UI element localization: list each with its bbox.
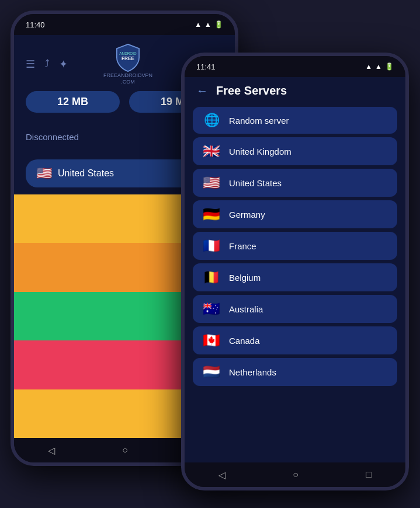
logo-shield-icon: FREE ANDROID [113, 43, 143, 72]
phone2-battery-icon: 🔋 [385, 62, 394, 71]
download-stat: 12 MB [26, 91, 120, 113]
location-name: United States [58, 168, 190, 179]
svg-text:ANDROID: ANDROID [119, 51, 137, 55]
phone2-back-button[interactable]: ◁ [218, 469, 225, 481]
server-name-de: Germany [229, 210, 265, 220]
flag-fr: 🇫🇷 [202, 238, 221, 254]
flag-be: 🇧🇪 [202, 269, 221, 286]
flag-ca: 🇨🇦 [202, 332, 221, 349]
flag-nl: 🇳🇱 [202, 364, 221, 380]
server-item-fr[interactable]: 🇫🇷 France [193, 232, 397, 260]
disconnect-label: Disconnected [26, 132, 79, 142]
phone1-back-button[interactable]: ◁ [48, 445, 55, 456]
server-name-nl: Netherlands [229, 367, 276, 377]
phone1-wifi-icon: ▲ [195, 20, 202, 29]
phone1-status-icons: ▲ ▲ 🔋 [195, 20, 223, 29]
servers-header: ← Free Servers [185, 77, 405, 105]
phone2-nav-bar: ◁ ○ □ [185, 462, 405, 487]
menu-icon[interactable]: ☰ [26, 58, 35, 71]
server-name-be: Belgium [229, 273, 261, 283]
globe-icon: 🌐 [202, 113, 221, 128]
phone2-status-bar: 11:41 ▲ ▲ 🔋 [185, 56, 405, 77]
server-item-us[interactable]: 🇺🇸 United States [193, 169, 397, 197]
location-flag: 🇺🇸 [36, 166, 52, 181]
flag-au: 🇦🇺 [202, 301, 221, 317]
server-name-uk: United Kingdom [229, 147, 291, 156]
phone2-main-content: ← Free Servers 🌐 Random server 🇬🇧 United… [185, 77, 405, 462]
server-item-be[interactable]: 🇧🇪 Belgium [193, 263, 397, 291]
back-arrow-icon[interactable]: ← [196, 84, 208, 98]
share-icon[interactable]: ⤴ [44, 58, 50, 70]
phone2-home-button[interactable]: ○ [293, 469, 298, 480]
server-item-nl[interactable]: 🇳🇱 Netherlands [193, 358, 397, 386]
server-list: 🌐 Random server 🇬🇧 United Kingdom 🇺🇸 Uni… [185, 105, 405, 462]
favorites-icon[interactable]: ✦ [59, 58, 68, 71]
server-name-au: Australia [229, 304, 263, 314]
phone2-time: 11:41 [196, 62, 216, 71]
header-icon-group: ☰ ⤴ ✦ [26, 58, 68, 71]
phone1-home-button[interactable]: ○ [122, 445, 128, 455]
server-item-au[interactable]: 🇦🇺 Australia [193, 295, 397, 323]
server-name-random: Random server [229, 116, 289, 126]
flag-uk: 🇬🇧 [202, 143, 221, 159]
server-item-uk[interactable]: 🇬🇧 United Kingdom [193, 137, 397, 165]
server-item-random[interactable]: 🌐 Random server [193, 107, 397, 134]
phone2-status-icons: ▲ ▲ 🔋 [365, 62, 394, 71]
flag-us: 🇺🇸 [202, 175, 221, 191]
server-item-ca[interactable]: 🇨🇦 Canada [193, 326, 397, 354]
server-name-us: United States [229, 178, 282, 188]
phone2: 11:41 ▲ ▲ 🔋 ← Free Servers 🌐 Random serv… [181, 53, 409, 490]
phone2-wifi-icon: ▲ [365, 62, 372, 71]
logo-area: FREE ANDROID FREEANDROIDVPN.COM [103, 43, 152, 85]
server-name-fr: France [229, 241, 256, 251]
logo-text: FREEANDROIDVPN.COM [103, 72, 152, 85]
phone2-recents-button[interactable]: □ [366, 469, 372, 480]
phone1-time: 11:40 [26, 20, 45, 29]
phone2-signal-icon: ▲ [375, 62, 382, 71]
flag-de: 🇩🇪 [202, 206, 221, 222]
phone1-status-bar: 11:40 ▲ ▲ 🔋 [14, 14, 235, 35]
svg-text:FREE: FREE [122, 56, 134, 61]
phone1-battery-icon: 🔋 [214, 20, 223, 29]
phone1-signal-icon: ▲ [204, 20, 211, 29]
server-name-ca: Canada [229, 336, 260, 346]
server-item-de[interactable]: 🇩🇪 Germany [193, 200, 397, 228]
servers-title: Free Servers [216, 84, 287, 98]
